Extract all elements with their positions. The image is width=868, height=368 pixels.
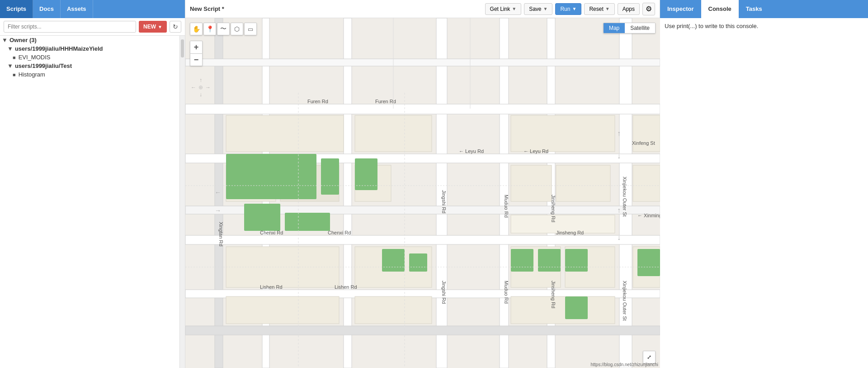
map-view-button[interactable]: Map [604, 23, 625, 33]
gear-icon: ⚙ [646, 5, 652, 13]
svg-rect-27 [556, 165, 610, 201]
new-script-button[interactable]: NEW ▼ [139, 21, 167, 33]
svg-text:↑: ↑ [617, 206, 621, 214]
sub-group-label-maizeyield[interactable]: ▼users/1999jialiu/HHHMaizeYield [5, 44, 179, 53]
new-btn-arrow-icon: ▼ [158, 24, 162, 29]
settings-gear-button[interactable]: ⚙ [642, 3, 655, 15]
svg-rect-14 [185, 326, 660, 335]
get-link-arrow-icon: ▼ [512, 6, 516, 11]
svg-rect-43 [538, 249, 561, 272]
svg-rect-6 [344, 18, 352, 368]
pan-indicator: ↑ ←⊕→ ↓ [190, 77, 212, 99]
owner-label[interactable]: ▼Owner (3) [0, 36, 179, 44]
collapse-icon: ▼ [7, 62, 13, 69]
map-container[interactable]: Furen Rd Furen Rd ← Leyu Rd ← Leyu Rd Ch… [185, 18, 660, 368]
tab-tasks[interactable]: Tasks [739, 0, 769, 18]
svg-text:Jingshi Rd: Jingshi Rd [441, 281, 447, 304]
tab-scripts[interactable]: Scripts [0, 0, 33, 18]
refresh-icon: ↻ [173, 23, 178, 30]
script-item-histogram[interactable]: ■Histogram [5, 70, 179, 79]
editor-toolbar: New Script * Get Link ▼ Save ▼ Run ▼ Res… [185, 0, 660, 18]
svg-text:Chenxi Rd: Chenxi Rd [260, 230, 283, 235]
svg-text:Furen Rd: Furen Rd [375, 99, 396, 104]
svg-rect-32 [633, 115, 660, 152]
svg-rect-33 [633, 165, 660, 201]
run-arrow-icon: ▼ [572, 6, 576, 11]
right-panel: Inspector Console Tasks Use print(...) t… [660, 0, 868, 368]
save-arrow-icon: ▼ [543, 6, 548, 11]
svg-text:↑: ↑ [617, 129, 621, 137]
svg-text:→: → [215, 207, 221, 214]
svg-text:Xinjiekou Outer St: Xinjiekou Outer St [622, 281, 627, 321]
svg-text:↓: ↓ [617, 234, 621, 241]
editor-title: New Script * [190, 5, 224, 12]
svg-rect-21 [355, 115, 432, 152]
reset-button[interactable]: Reset ▼ [584, 3, 614, 15]
svg-rect-9 [185, 104, 660, 114]
script-file-icon: ■ [13, 55, 16, 60]
svg-text:Xingtan Rd: Xingtan Rd [218, 222, 224, 246]
svg-rect-37 [244, 204, 280, 231]
svg-rect-45 [565, 296, 588, 319]
pan-tool-button[interactable]: ✋ [190, 23, 203, 35]
tab-console[interactable]: Console [701, 0, 739, 18]
script-file-icon: ■ [13, 72, 16, 77]
svg-rect-48 [637, 249, 660, 276]
owner-group: ▼Owner (3) ▼users/1999jialiu/HHHMaizeYie… [0, 36, 179, 79]
svg-rect-31 [511, 296, 615, 324]
svg-rect-15 [185, 59, 660, 66]
scripts-scrollbar[interactable] [179, 36, 185, 368]
svg-rect-39 [355, 158, 377, 190]
svg-rect-24 [355, 296, 432, 324]
reset-arrow-icon: ▼ [605, 6, 610, 11]
sub-group-maizeyield: ▼users/1999jialiu/HHHMaizeYield ■EVI_MOD… [5, 44, 179, 62]
save-button[interactable]: Save ▼ [524, 3, 552, 15]
svg-rect-12 [185, 235, 660, 244]
scripts-panel: Scripts Docs Assets NEW ▼ ↻ ▼Owner (3) [0, 0, 185, 368]
svg-rect-42 [511, 249, 533, 272]
svg-rect-3 [500, 18, 509, 368]
line-tool-button[interactable]: 〜 [217, 23, 230, 35]
zoom-out-button[interactable]: − [190, 53, 203, 66]
svg-text:Jingshi Rd: Jingshi Rd [441, 190, 447, 213]
svg-rect-25 [511, 115, 615, 152]
script-item-evi-modis[interactable]: ■EVI_MODIS [5, 53, 179, 62]
point-tool-button[interactable]: 📍 [203, 23, 216, 35]
svg-text:Muduo Rd: Muduo Rd [504, 195, 509, 218]
map-attribution: https://blog.csdn.net/zhizunjianchi [590, 362, 658, 367]
filter-scripts-input[interactable] [4, 21, 136, 33]
scripts-panel-inner: ▼Owner (3) ▼users/1999jialiu/HHHMaizeYie… [0, 36, 185, 368]
map-svg: Furen Rd Furen Rd ← Leyu Rd ← Leyu Rd Ch… [185, 18, 660, 368]
scripts-content: ▼Owner (3) ▼users/1999jialiu/HHHMaizeYie… [0, 36, 179, 368]
collapse-icon: ▼ [7, 45, 13, 52]
tab-assets[interactable]: Assets [61, 0, 93, 18]
svg-rect-44 [565, 249, 588, 272]
scripts-tab-bar: Scripts Docs Assets [0, 0, 185, 18]
svg-text:← Leyu Rd: ← Leyu Rd [459, 148, 484, 154]
rectangle-tool-button[interactable]: ▭ [244, 23, 257, 35]
zoom-in-button[interactable]: + [190, 41, 203, 53]
svg-rect-16 [226, 115, 344, 152]
svg-text:Xinfeng St: Xinfeng St [632, 140, 655, 146]
satellite-view-button[interactable]: Satellite [625, 23, 655, 33]
console-hint-text: Use print(...) to write to this console. [665, 23, 758, 29]
svg-rect-26 [511, 165, 552, 201]
sub-group-test: ▼users/1999jialiu/Test ■Histogram [5, 62, 179, 79]
fullscreen-button[interactable]: ⤢ [643, 351, 656, 363]
get-link-button[interactable]: Get Link ▼ [485, 3, 522, 15]
map-type-buttons: Map Satellite [603, 23, 656, 33]
svg-rect-20 [226, 296, 339, 324]
sub-group-label-test[interactable]: ▼users/1999jialiu/Test [5, 62, 179, 70]
polygon-tool-button[interactable]: ⬡ [231, 23, 243, 35]
refresh-scripts-button[interactable]: ↻ [170, 21, 181, 33]
svg-text:← Xinming Hutong: ← Xinming Hutong [637, 213, 660, 218]
right-tab-bar: Inspector Console Tasks [660, 0, 868, 18]
run-button[interactable]: Run ▼ [555, 3, 581, 15]
svg-text:Lishen Rd: Lishen Rd [260, 284, 283, 290]
collapse-icon: ▼ [2, 37, 8, 43]
apps-button[interactable]: Apps [618, 3, 640, 15]
tab-docs[interactable]: Docs [33, 0, 61, 18]
svg-text:Furen Rd: Furen Rd [307, 99, 328, 104]
svg-rect-35 [226, 154, 316, 199]
tab-inspector[interactable]: Inspector [660, 0, 701, 18]
